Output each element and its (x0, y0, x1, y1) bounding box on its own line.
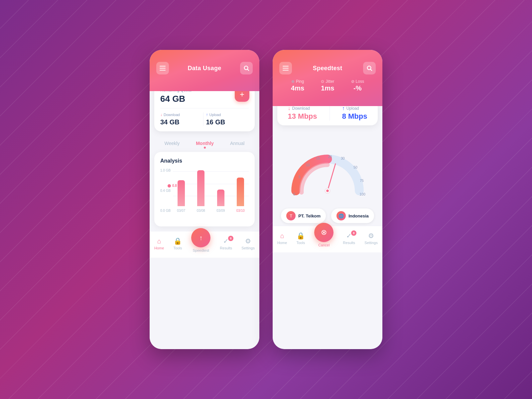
menu-button[interactable] (156, 62, 169, 74)
nav2-results[interactable]: ✓ 8 Results (343, 232, 355, 245)
isp-provider-badge: T PT. Telkom (281, 208, 326, 223)
nav-results-label: Results (220, 246, 232, 250)
hamburger-icon (160, 66, 166, 70)
nav-home[interactable]: ⌂ Home (154, 237, 164, 250)
download-stat-speed: ↓ Download 13 Mbps (288, 106, 317, 121)
bar-0310: 03/10 (232, 169, 249, 212)
isp-country-badge: 🌐 Indonesia (331, 208, 374, 223)
svg-text:20: 20 (328, 155, 332, 159)
svg-text:15: 15 (316, 156, 320, 160)
search-button[interactable] (240, 62, 253, 74)
dl-ul-card: ↓ Download 13 Mbps ↑ Upload 8 Mbps (277, 106, 378, 125)
chart-y-axis: 1.0 GB 0.4 GB 0.0 GB (160, 169, 171, 212)
upload-icon: ↑ (206, 112, 208, 117)
loss-value: -% (353, 84, 361, 92)
bar-0309: 03/09 (212, 169, 229, 212)
bar-value-0310 (237, 178, 244, 206)
search-button-2[interactable] (363, 62, 376, 74)
analysis-title: Analysis (160, 158, 249, 164)
loss-label: Loss (356, 79, 364, 84)
page-title-2: Speedtest (313, 65, 342, 72)
speedtest-fab[interactable]: ↑ (191, 228, 210, 247)
nav2-tools-label: Tools (296, 241, 305, 245)
ping-metric: ⊕ Ping 4ms (291, 79, 304, 92)
download-stat: ↓ Download 34 GB (160, 112, 203, 126)
svg-text:100: 100 (359, 192, 365, 196)
nav2-results-label: Results (343, 241, 355, 245)
bar-value-0309 (217, 190, 224, 206)
bar-0307: 03/07 (173, 169, 190, 212)
tools-icon-2: 🔒 (297, 232, 305, 240)
nav-tools-label: Tools (173, 246, 182, 250)
menu-button-2[interactable] (279, 62, 292, 74)
country-icon: 🌐 (336, 211, 346, 220)
y-label-3: 0.0 GB (160, 209, 171, 212)
results-badge: 8 (228, 236, 233, 241)
nav-results[interactable]: ✓ 8 Results (220, 237, 232, 250)
download-label-speed: Download (292, 106, 310, 111)
quota-stats: ↓ Download 34 GB ↑ Upload 16 GB (160, 108, 249, 126)
plus-icon: + (240, 91, 244, 98)
svg-text:50: 50 (353, 165, 357, 169)
bar-value-0307 (178, 180, 185, 206)
upload-stat: ↑ Upload 16 GB (203, 112, 249, 126)
upload-label-speed: Upload (346, 106, 359, 111)
chart-area: 0.8 GB 1.0 GB 0.4 GB 0.0 GB 03/07 (160, 169, 249, 222)
isp-country-name: Indonesia (348, 213, 369, 218)
tab-weekly[interactable]: Weekly (165, 141, 180, 148)
nav-tools[interactable]: 🔒 Tools (173, 237, 182, 250)
jitter-icon: ⊙ (321, 79, 324, 84)
cancel-fab[interactable]: ⊗ (314, 223, 333, 242)
tab-monthly[interactable]: Monthly (196, 141, 214, 148)
download-value: 34 GB (160, 118, 200, 126)
home-icon-2: ⌂ (280, 232, 284, 240)
tab-active-indicator (204, 147, 206, 149)
nav-settings[interactable]: ⚙ Settings (241, 237, 255, 250)
jitter-value: 1ms (321, 84, 334, 92)
ping-value: 4ms (291, 84, 304, 92)
phone2-speedtest: Speedtest ⊕ Ping 4ms ⊙ Jitter (273, 50, 382, 349)
home-icon: ⌂ (157, 237, 161, 245)
svg-text:75: 75 (360, 179, 364, 183)
phone1-header: Data Usage (150, 50, 259, 91)
chart-bars: 03/07 03/08 03/09 03/10 (173, 169, 249, 222)
nav2-tools[interactable]: 🔒 Tools (296, 232, 305, 245)
svg-text:30: 30 (341, 156, 345, 160)
tab-annual[interactable]: Annual (230, 141, 245, 148)
nav-speedtest-label: Speedtest (193, 248, 209, 252)
period-tabs: Weekly Monthly Annual (150, 136, 259, 149)
speedometer-svg: 0 5 10 15 20 30 50 75 100 (284, 134, 371, 203)
x-label-0309: 03/09 (216, 209, 225, 212)
nav2-settings[interactable]: ⚙ Settings (364, 232, 378, 245)
nav2-settings-label: Settings (364, 241, 378, 245)
ping-label: Ping (296, 79, 304, 84)
svg-line-1 (248, 69, 249, 71)
loss-icon: ⊘ (351, 79, 354, 84)
search-icon-2 (366, 65, 372, 71)
x-label-0308: 03/08 (197, 209, 205, 212)
speed-metrics: ⊕ Ping 4ms ⊙ Jitter 1ms ⊘ Loss -% (279, 74, 376, 97)
jitter-metric: ⊙ Jitter 1ms (321, 79, 334, 92)
cancel-icon: ⊗ (321, 228, 327, 237)
phone2-body: ↓ Download 13 Mbps ↑ Upload 8 Mbps (273, 106, 382, 349)
svg-line-4 (328, 164, 335, 191)
isp-provider-name: PT. Telkom (298, 213, 321, 218)
provider-icon: T (286, 211, 296, 220)
nav2-cancel-label: Cancel (318, 243, 330, 247)
download-icon: ↓ (160, 112, 162, 117)
bar-value-0308 (197, 170, 204, 206)
bar-0308: 03/08 (193, 169, 209, 212)
add-quota-button[interactable]: + (235, 91, 249, 102)
nav2-home[interactable]: ⌂ Home (277, 232, 287, 245)
nav2-cancel[interactable]: ⊗ Cancel (314, 229, 333, 247)
bottom-nav-2: ⌂ Home 🔒 Tools ⊗ Cancel ✓ 8 Results ⚙ Se… (273, 226, 382, 252)
loss-metric: ⊘ Loss -% (351, 79, 364, 92)
download-label: Download (164, 113, 180, 117)
analysis-card: Analysis 0.8 GB 1.0 GB 0.4 GB 0.0 GB (154, 152, 255, 226)
nav-speedtest[interactable]: ↑ Speedtest (191, 235, 210, 252)
hamburger-icon-2 (283, 66, 289, 70)
settings-icon-2: ⚙ (368, 232, 374, 240)
phone2-header: Speedtest ⊕ Ping 4ms ⊙ Jitter (273, 50, 382, 106)
speedometer: 0 5 10 15 20 30 50 75 100 (273, 129, 382, 205)
x-label-0307: 03/07 (177, 209, 185, 212)
